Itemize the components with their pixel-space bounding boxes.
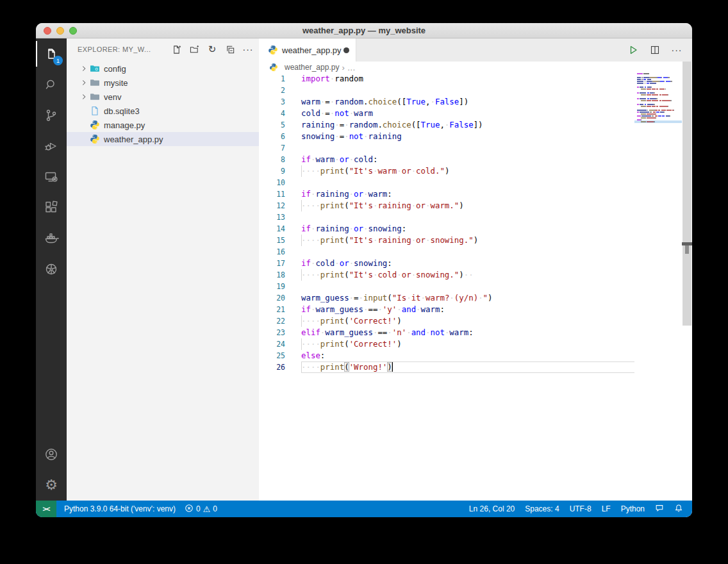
tab-weather-app[interactable]: weather_app.py bbox=[259, 38, 356, 62]
editor-more-button[interactable]: ··· bbox=[670, 44, 683, 56]
file-item-db.sqlite3[interactable]: db.sqlite3 bbox=[67, 104, 259, 118]
code-text[interactable]: ····print('Wrong!') bbox=[301, 361, 393, 373]
python-interpreter[interactable]: Python 3.9.0 64-bit ('venv': venv) bbox=[64, 504, 176, 513]
code-text[interactable]: warm_guess·=·input("Is·it·warm?·(y/n)·") bbox=[301, 292, 493, 304]
activity-explorer[interactable]: 1 bbox=[36, 38, 67, 69]
breadcrumb-file[interactable]: weather_app.py bbox=[285, 63, 339, 72]
collapse-folders-button[interactable] bbox=[224, 44, 236, 55]
activity-docker[interactable] bbox=[36, 223, 67, 254]
code-text[interactable]: cold·=·not·warm bbox=[301, 108, 373, 119]
code-line-12[interactable]: 12····print("It's·raining·or·warm.") bbox=[259, 200, 634, 212]
close-window-button[interactable] bbox=[44, 27, 51, 35]
scrollbar-thumb[interactable] bbox=[682, 62, 691, 326]
breadcrumb[interactable]: weather_app.py › … bbox=[259, 62, 692, 73]
file-item-mysite[interactable]: mysite bbox=[67, 76, 259, 90]
file-item-venv[interactable]: venv bbox=[67, 90, 259, 104]
problems-indicator[interactable]: 0 ⚠ 0 bbox=[185, 504, 217, 515]
vscode-window: weather_app.py — my_website 1 bbox=[36, 23, 692, 517]
activity-kubernetes[interactable] bbox=[36, 254, 67, 285]
code-line-7[interactable]: 7 bbox=[259, 142, 634, 154]
code-text[interactable]: raining·=·random.choice([True,·False]) bbox=[301, 119, 483, 131]
code-line-20[interactable]: 20warm_guess·=·input("Is·it·warm?·(y/n)·… bbox=[259, 292, 634, 304]
code-line-11[interactable]: 11if·raining·or·warm: bbox=[259, 188, 634, 200]
activity-settings[interactable]: ⚙ bbox=[36, 470, 67, 501]
zoom-window-button[interactable] bbox=[69, 27, 77, 35]
code-text[interactable]: if·warm·or·cold: bbox=[301, 154, 377, 165]
code-line-5[interactable]: 5raining·=·random.choice([True,·False]) bbox=[259, 119, 634, 131]
code-text[interactable]: ····print("It's·raining·or·snowing.") bbox=[301, 235, 478, 246]
remote-indicator[interactable]: >< bbox=[36, 501, 56, 517]
line-number: 12 bbox=[259, 200, 285, 212]
line-number: 20 bbox=[259, 292, 285, 304]
minimize-window-button[interactable] bbox=[56, 27, 64, 35]
explorer-title: EXPLORER: MY_W... bbox=[78, 46, 170, 53]
code-line-24[interactable]: 24····print('Correct!') bbox=[259, 338, 634, 350]
status-item-ln-26-col-20[interactable]: Ln 26, Col 20 bbox=[469, 504, 515, 513]
code-line-2[interactable]: 2 bbox=[259, 85, 634, 96]
code-line-22[interactable]: 22····print('Correct!') bbox=[259, 315, 634, 327]
code-line-16[interactable]: 16 bbox=[259, 246, 634, 258]
code-line-8[interactable]: 8if·warm·or·cold: bbox=[259, 154, 634, 165]
code-line-18[interactable]: 18····print("It's·cold·or·snowing.")·· bbox=[259, 269, 634, 281]
code-line-14[interactable]: 14if·raining·or·snowing: bbox=[259, 223, 634, 235]
status-item-spaces-4[interactable]: Spaces: 4 bbox=[525, 504, 559, 513]
code-line-26[interactable]: 26····print('Wrong!') bbox=[259, 361, 634, 373]
code-text[interactable]: ····print("It's·warm·or·cold.") bbox=[301, 165, 449, 177]
new-file-button[interactable] bbox=[170, 44, 182, 55]
status-item-python[interactable]: Python bbox=[621, 504, 645, 513]
activity-run-debug[interactable] bbox=[36, 131, 67, 162]
bell-icon[interactable] bbox=[674, 504, 683, 515]
code-line-4[interactable]: 4cold·=·not·warm bbox=[259, 108, 634, 119]
split-editor-button[interactable] bbox=[649, 44, 661, 56]
activity-search[interactable] bbox=[36, 69, 67, 100]
code-line-1[interactable]: 1import·random bbox=[259, 73, 634, 85]
code-text[interactable]: if·warm_guess·==·'y'·and·warm: bbox=[301, 304, 445, 315]
vertical-scrollbar[interactable] bbox=[682, 62, 692, 501]
code-line-3[interactable]: 3warm·=·random.choice([True,·False]) bbox=[259, 96, 634, 108]
activity-source-control[interactable] bbox=[36, 100, 67, 131]
code-line-13[interactable]: 13 bbox=[259, 212, 634, 223]
refresh-button[interactable]: ↻ bbox=[206, 44, 218, 55]
file-item-config[interactable]: config bbox=[67, 62, 259, 76]
code-text[interactable]: if·raining·or·snowing: bbox=[301, 223, 406, 235]
activity-account[interactable] bbox=[36, 439, 67, 470]
code-text[interactable]: ····print("It's·raining·or·warm.") bbox=[301, 200, 464, 212]
file-item-weather_app.py[interactable]: weather_app.py bbox=[67, 132, 259, 146]
status-item-utf-8[interactable]: UTF-8 bbox=[570, 504, 592, 513]
code-text[interactable]: else: bbox=[301, 350, 325, 361]
code-text[interactable]: import·random bbox=[301, 73, 363, 85]
status-item-lf[interactable]: LF bbox=[602, 504, 611, 513]
code-line-21[interactable]: 21if·warm_guess·==·'y'·and·warm: bbox=[259, 304, 634, 315]
titlebar[interactable]: weather_app.py — my_website bbox=[36, 23, 692, 38]
code-text[interactable]: ····print("It's·cold·or·snowing.")·· bbox=[301, 269, 474, 281]
code-editor[interactable]: 1import·random23warm·=·random.choice([Tr… bbox=[259, 73, 634, 501]
code-line-6[interactable]: 6snowing·=·not·raining bbox=[259, 131, 634, 142]
activity-extensions[interactable] bbox=[36, 192, 67, 223]
file-item-manage.py[interactable]: manage.py bbox=[67, 118, 259, 132]
run-python-file-button[interactable] bbox=[627, 44, 640, 56]
activity-remote-explorer[interactable] bbox=[36, 162, 67, 192]
code-line-25[interactable]: 25else: bbox=[259, 350, 634, 361]
breadcrumb-more[interactable]: … bbox=[347, 63, 356, 72]
code-line-10[interactable]: 10 bbox=[259, 177, 634, 188]
code-text[interactable]: warm·=·random.choice([True,·False]) bbox=[301, 96, 468, 108]
code-line-19[interactable]: 19 bbox=[259, 281, 634, 292]
explorer-more-button[interactable]: ··· bbox=[242, 44, 254, 55]
code-line-23[interactable]: 23elif·warm_guess·==·'n'·and·not·warm: bbox=[259, 327, 634, 338]
minimap[interactable] bbox=[634, 73, 682, 163]
code-text[interactable]: if·cold·or·snowing: bbox=[301, 258, 392, 269]
code-text[interactable]: ····print('Correct!') bbox=[301, 338, 402, 350]
code-line-15[interactable]: 15····print("It's·raining·or·snowing.") bbox=[259, 235, 634, 246]
code-line-17[interactable]: 17if·cold·or·snowing: bbox=[259, 258, 634, 269]
line-number: 3 bbox=[259, 96, 285, 108]
feedback-icon[interactable] bbox=[655, 504, 664, 515]
code-text[interactable]: elif·warm_guess·==·'n'·and·not·warm: bbox=[301, 327, 474, 338]
new-folder-button[interactable] bbox=[188, 44, 200, 55]
dirty-indicator-icon[interactable] bbox=[343, 47, 349, 53]
code-text[interactable]: snowing·=·not·raining bbox=[301, 131, 402, 142]
code-text[interactable]: if·raining·or·warm: bbox=[301, 188, 392, 200]
code-text[interactable]: ····print('Correct!') bbox=[301, 315, 402, 327]
code-line-9[interactable]: 9····print("It's·warm·or·cold.") bbox=[259, 165, 634, 177]
file-label: venv bbox=[103, 92, 121, 102]
line-number: 22 bbox=[259, 315, 285, 327]
